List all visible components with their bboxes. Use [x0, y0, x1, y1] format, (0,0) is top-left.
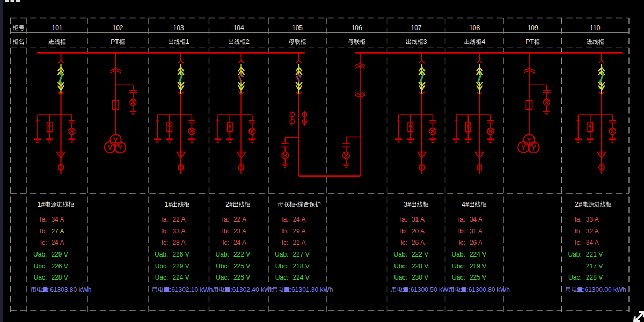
svg-text:Uab:: Uab:: [33, 251, 47, 258]
svg-text:Ic:: Ic:: [40, 239, 47, 246]
svg-text:Ib:: Ib:: [281, 228, 288, 235]
svg-text:33 A: 33 A: [172, 228, 185, 235]
svg-text:228 V: 228 V: [586, 274, 603, 281]
svg-text:228 V: 228 V: [412, 262, 428, 270]
svg-text:Ib:: Ib:: [161, 228, 168, 235]
svg-text:Ubc:: Ubc:: [452, 262, 465, 270]
svg-text:29 A: 29 A: [292, 228, 305, 235]
svg-text:Ia:: Ia:: [222, 216, 229, 223]
svg-text:1: 1: [186, 38, 189, 46]
svg-text:Ia:: Ia:: [400, 216, 407, 223]
svg-text:107: 107: [411, 24, 422, 32]
svg-text:109: 109: [528, 24, 538, 32]
svg-text:106: 106: [352, 24, 362, 32]
svg-text:Ia:: Ia:: [161, 216, 168, 223]
svg-text:31 A: 31 A: [470, 228, 482, 235]
svg-text:104: 104: [233, 24, 244, 32]
svg-text:226 V: 226 V: [233, 274, 250, 281]
svg-text:24 A: 24 A: [292, 216, 305, 223]
svg-text:221 V: 221 V: [586, 251, 603, 258]
svg-text:Uac:: Uac:: [394, 274, 407, 281]
svg-text:Ic:: Ic:: [162, 239, 169, 246]
svg-text:1#: 1#: [165, 201, 172, 208]
svg-text:24 A: 24 A: [51, 239, 64, 246]
svg-text::61300.00 kWh: :61300.00 kWh: [583, 286, 626, 294]
svg-text:101: 101: [52, 24, 63, 32]
svg-text:-: -: [295, 201, 297, 208]
svg-text:225 V: 225 V: [233, 262, 250, 270]
svg-text:224 V: 224 V: [172, 274, 189, 281]
svg-text::61300.80 kWh: :61300.80 kWh: [466, 286, 510, 294]
svg-text:PT: PT: [526, 38, 535, 46]
svg-text:108: 108: [469, 24, 480, 32]
svg-text:226 V: 226 V: [172, 251, 189, 258]
svg-text:32 A: 32 A: [586, 228, 599, 235]
svg-text:Ubc:: Ubc:: [34, 262, 47, 270]
svg-text:224 V: 224 V: [292, 274, 309, 281]
svg-text:Ubc:: Ubc:: [394, 262, 407, 270]
svg-text:Uab:: Uab:: [568, 251, 582, 258]
svg-text::61301.30 kWh: :61301.30 kWh: [290, 286, 333, 294]
svg-text:110: 110: [590, 24, 600, 32]
svg-text:Ib:: Ib:: [400, 228, 407, 235]
svg-text:26 A: 26 A: [470, 239, 482, 246]
svg-text:Ib:: Ib:: [40, 228, 47, 235]
svg-text:Ic:: Ic:: [458, 239, 465, 246]
svg-text:Ia:: Ia:: [40, 216, 47, 223]
svg-text:Uac:: Uac:: [155, 274, 169, 281]
svg-text:229 V: 229 V: [172, 262, 189, 270]
svg-text:28 A: 28 A: [172, 239, 185, 246]
svg-text:Ib:: Ib:: [575, 228, 582, 235]
svg-text:Uac:: Uac:: [452, 274, 465, 281]
svg-text:Ic:: Ic:: [575, 239, 582, 246]
svg-text:Ic:: Ic:: [400, 239, 407, 246]
svg-text:Ia:: Ia:: [575, 216, 582, 223]
svg-text:225 V: 225 V: [470, 274, 486, 281]
svg-text:2#: 2#: [575, 201, 582, 208]
svg-text:20 A: 20 A: [412, 228, 425, 235]
svg-text:222 V: 222 V: [412, 251, 428, 258]
svg-text:224 V: 224 V: [470, 251, 486, 258]
svg-text:Uab:: Uab:: [394, 251, 407, 258]
svg-text:21 A: 21 A: [292, 239, 305, 246]
svg-text:2#: 2#: [225, 201, 233, 208]
svg-text:Ubc:: Ubc:: [275, 262, 289, 270]
svg-text:Uac:: Uac:: [568, 274, 582, 281]
svg-text:103: 103: [173, 24, 184, 32]
svg-text:217 V: 217 V: [586, 262, 603, 270]
svg-text:4#: 4#: [462, 201, 469, 208]
svg-text:229 V: 229 V: [51, 251, 68, 258]
svg-text:26 A: 26 A: [412, 239, 425, 246]
svg-text:Uab:: Uab:: [275, 251, 288, 258]
svg-text:23 A: 23 A: [233, 228, 246, 235]
svg-text:PT: PT: [111, 38, 119, 46]
svg-text:Uac:: Uac:: [275, 274, 289, 281]
svg-text:22 A: 22 A: [233, 216, 246, 223]
svg-text:Uab:: Uab:: [216, 251, 229, 258]
svg-text:27 A: 27 A: [51, 228, 64, 235]
svg-text:Uab:: Uab:: [452, 251, 465, 258]
svg-text:Ib:: Ib:: [458, 228, 465, 235]
svg-text:228 V: 228 V: [51, 274, 68, 281]
svg-text:2: 2: [246, 38, 250, 46]
svg-text:Uac:: Uac:: [34, 274, 47, 281]
svg-text:34 A: 34 A: [51, 216, 64, 223]
svg-text:Ia:: Ia:: [458, 216, 465, 223]
svg-text:24 A: 24 A: [233, 239, 246, 246]
svg-text:105: 105: [292, 24, 303, 32]
svg-text:Uab:: Uab:: [155, 251, 168, 258]
svg-text:34 A: 34 A: [586, 239, 599, 246]
svg-text:34 A: 34 A: [470, 216, 482, 223]
svg-text:1#: 1#: [38, 201, 45, 208]
svg-text:3#: 3#: [404, 201, 411, 208]
svg-text:Ia:: Ia:: [281, 216, 288, 223]
svg-text:226 V: 226 V: [51, 262, 68, 270]
svg-text:4: 4: [481, 38, 485, 46]
svg-text:222 V: 222 V: [233, 251, 250, 258]
svg-text:33 A: 33 A: [586, 216, 599, 223]
svg-text:219 V: 219 V: [470, 262, 486, 270]
svg-text:31 A: 31 A: [412, 216, 425, 223]
svg-text::61302.40 kWh: :61302.40 kWh: [230, 286, 274, 294]
svg-text::61300.50 kWh: :61300.50 kWh: [408, 286, 452, 294]
svg-text:Ic:: Ic:: [282, 239, 289, 246]
